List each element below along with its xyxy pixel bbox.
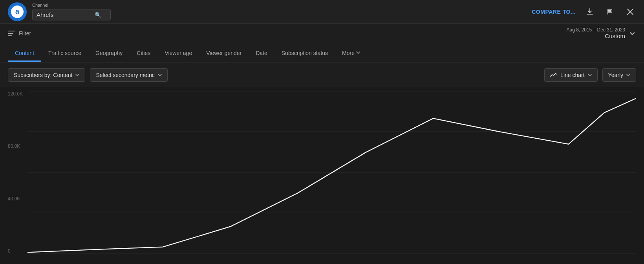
subscriber-chart-line bbox=[27, 98, 636, 252]
tab-viewer-gender[interactable]: Viewer gender bbox=[199, 44, 249, 62]
y-label-80k: 80.0K bbox=[8, 143, 23, 149]
tab-cities[interactable]: Cities bbox=[130, 44, 157, 62]
tab-date[interactable]: Date bbox=[249, 44, 274, 62]
filter-label: Filter bbox=[19, 30, 31, 37]
controls-bar: Subscribers by: Content Select secondary… bbox=[0, 63, 644, 87]
channel-search-input[interactable] bbox=[37, 11, 91, 18]
download-icon bbox=[586, 8, 594, 16]
controls-right: Line chart Yearly bbox=[544, 68, 636, 82]
chart-type-label: Line chart bbox=[560, 72, 584, 78]
chart-type-dropdown[interactable]: Line chart bbox=[544, 68, 597, 82]
channel-label: Channel bbox=[32, 3, 111, 7]
time-period-dropdown[interactable]: Yearly bbox=[602, 68, 636, 82]
search-icon: 🔍 bbox=[95, 12, 101, 18]
more-chevron-icon bbox=[356, 51, 360, 54]
line-chart-svg bbox=[27, 91, 636, 254]
svg-rect-2 bbox=[8, 33, 13, 34]
primary-metric-label: Subscribers by: Content bbox=[14, 72, 72, 78]
flag-icon bbox=[606, 8, 614, 16]
top-bar: a Channel 🔍 COMPARE TO... bbox=[0, 0, 644, 24]
y-label-120k: 120.0K bbox=[8, 91, 23, 97]
filter-icon bbox=[8, 31, 15, 36]
tab-viewer-age[interactable]: Viewer age bbox=[157, 44, 199, 62]
chart-area: 120.0K 80.0K 40.0K 0 bbox=[0, 87, 644, 264]
tab-geography[interactable]: Geography bbox=[88, 44, 130, 62]
chart-svg-container bbox=[27, 91, 636, 254]
filter-left: Filter bbox=[8, 30, 31, 37]
close-icon bbox=[627, 8, 634, 15]
y-label-40k: 40.0K bbox=[8, 196, 23, 202]
flag-button[interactable] bbox=[604, 6, 617, 17]
y-axis-labels: 120.0K 80.0K 40.0K 0 bbox=[8, 91, 23, 254]
svg-rect-0 bbox=[607, 9, 608, 15]
secondary-metric-dropdown[interactable]: Select secondary metric bbox=[90, 68, 167, 82]
date-range-info: Aug 8, 2015 – Dec 31, 2023 Custom bbox=[567, 27, 625, 39]
chart-type-icon bbox=[550, 72, 557, 78]
compare-button[interactable]: COMPARE TO... bbox=[532, 9, 576, 15]
primary-metric-dropdown[interactable]: Subscribers by: Content bbox=[8, 68, 85, 82]
download-button[interactable] bbox=[584, 6, 596, 17]
tab-content[interactable]: Content bbox=[8, 44, 41, 62]
top-bar-left: a Channel 🔍 bbox=[8, 2, 111, 21]
primary-metric-chevron-icon bbox=[75, 74, 79, 77]
top-bar-right: COMPARE TO... bbox=[532, 6, 636, 17]
filter-right: Aug 8, 2015 – Dec 31, 2023 Custom bbox=[567, 27, 636, 39]
tab-subscription-status[interactable]: Subscription status bbox=[274, 44, 335, 62]
line-chart-icon bbox=[550, 72, 557, 78]
tab-traffic-source[interactable]: Traffic source bbox=[41, 44, 88, 62]
chart-type-chevron-icon bbox=[588, 74, 592, 77]
time-period-label: Yearly bbox=[608, 72, 623, 78]
y-label-0: 0 bbox=[8, 248, 23, 254]
tab-more[interactable]: More bbox=[335, 44, 367, 62]
controls-left: Subscribers by: Content Select secondary… bbox=[8, 68, 168, 82]
date-preset-value: Custom bbox=[567, 33, 625, 39]
tabs-bar: Content Traffic source Geography Cities … bbox=[0, 43, 644, 63]
logo: a bbox=[8, 2, 27, 21]
date-range-label: Aug 8, 2015 – Dec 31, 2023 bbox=[567, 27, 625, 33]
secondary-metric-chevron-icon bbox=[158, 74, 162, 77]
channel-search-box[interactable]: 🔍 bbox=[32, 9, 111, 20]
svg-rect-1 bbox=[8, 31, 15, 31]
chevron-down-icon bbox=[630, 32, 635, 35]
close-button[interactable] bbox=[624, 7, 636, 17]
secondary-metric-label: Select secondary metric bbox=[96, 72, 154, 78]
channel-info: Channel 🔍 bbox=[32, 3, 111, 20]
date-dropdown-button[interactable] bbox=[628, 28, 636, 39]
logo-letter: a bbox=[11, 6, 24, 18]
more-label: More bbox=[342, 50, 355, 56]
time-period-chevron-icon bbox=[626, 74, 630, 77]
svg-rect-3 bbox=[8, 35, 12, 36]
filter-bar: Filter Aug 8, 2015 – Dec 31, 2023 Custom bbox=[0, 24, 644, 43]
